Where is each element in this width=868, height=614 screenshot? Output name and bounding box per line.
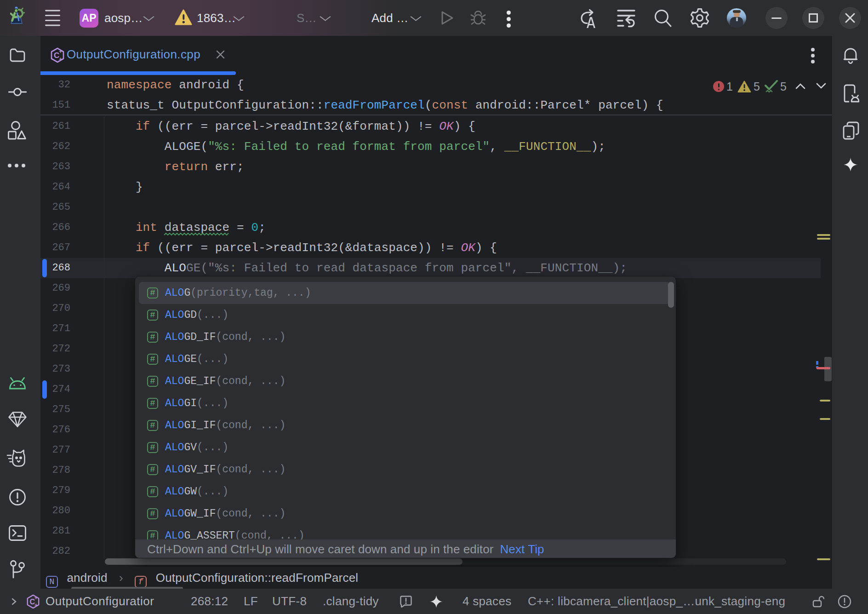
svg-text:+: + <box>59 56 63 63</box>
svg-text:+: + <box>59 48 63 55</box>
svg-text:+: + <box>34 595 38 601</box>
svg-text:+: + <box>34 602 38 608</box>
